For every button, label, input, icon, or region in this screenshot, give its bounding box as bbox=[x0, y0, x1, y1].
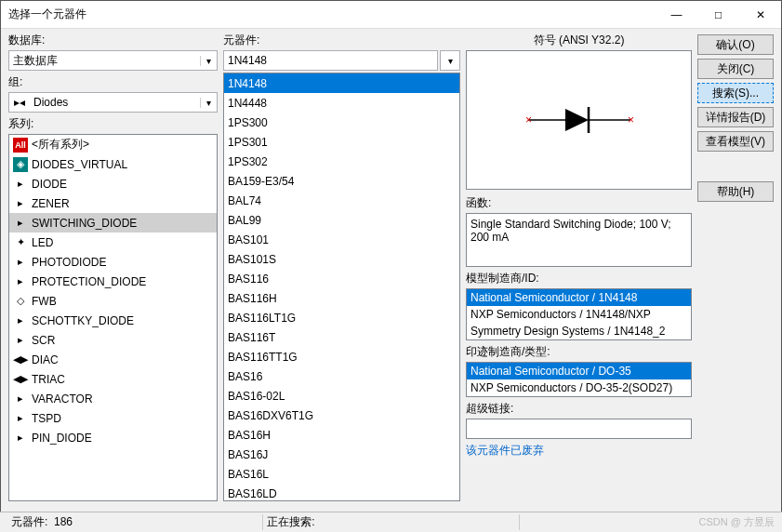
component-item[interactable]: 1PS300 bbox=[224, 113, 459, 132]
search-button[interactable]: 搜索(S)... bbox=[697, 83, 774, 103]
series-icon: All bbox=[13, 138, 28, 153]
series-item[interactable]: All<所有系列> bbox=[9, 135, 217, 154]
group-select[interactable]: ▸◂ ▾ bbox=[8, 92, 218, 113]
series-item[interactable]: ▸ZENER bbox=[9, 193, 217, 213]
group-value[interactable] bbox=[30, 94, 200, 111]
component-item[interactable]: BAS116T bbox=[224, 327, 459, 347]
component-item[interactable]: BAS16LD bbox=[224, 484, 459, 501]
component-item[interactable]: 1N4448 bbox=[224, 93, 459, 113]
close-button[interactable]: ✕ bbox=[739, 1, 781, 29]
footprint-item[interactable]: National Semiconductor / DO-35 bbox=[467, 363, 691, 379]
obsolete-notice: 该元器件已废弃 bbox=[466, 443, 692, 459]
component-item[interactable]: BAS16-02L bbox=[224, 386, 459, 406]
window-controls: — □ ✕ bbox=[656, 1, 781, 29]
series-item[interactable]: ▸PHOTODIODE bbox=[9, 252, 217, 272]
status-searching: 正在搜索: bbox=[263, 514, 519, 530]
component-item[interactable]: 1N4148 bbox=[224, 73, 459, 93]
right-panel: 符号 (ANSI Y32.2) × × 函数: Single Standard … bbox=[466, 33, 692, 501]
series-item[interactable]: ▸SWITCHING_DIODE bbox=[9, 213, 217, 233]
component-item[interactable]: BAL74 bbox=[224, 191, 459, 210]
component-item[interactable]: 1PS302 bbox=[224, 152, 459, 171]
series-item[interactable]: ▸PIN_DIODE bbox=[9, 428, 217, 447]
series-item-label: PIN_DIODE bbox=[32, 432, 92, 445]
database-select[interactable]: ▾ bbox=[8, 50, 218, 71]
hyperlink-label: 超级链接: bbox=[466, 401, 692, 417]
series-item[interactable]: ✦LED bbox=[9, 233, 217, 252]
model-item[interactable]: NXP Semiconductors / 1N4148/NXP bbox=[467, 306, 691, 323]
series-item[interactable]: ▸PROTECTION_DIODE bbox=[9, 272, 217, 291]
filter-button[interactable]: ▾ bbox=[440, 50, 460, 71]
series-listbox[interactable]: All<所有系列>◈DIODES_VIRTUAL▸DIODE▸ZENER▸SWI… bbox=[8, 134, 218, 501]
component-item[interactable]: BAS116 bbox=[224, 269, 459, 288]
series-icon: ▸ bbox=[13, 431, 28, 446]
series-item[interactable]: ▸SCHOTTKY_DIODE bbox=[9, 311, 217, 330]
series-item[interactable]: ▸VARACTOR bbox=[9, 389, 217, 408]
series-item-label: PROTECTION_DIODE bbox=[32, 275, 146, 288]
component-item[interactable]: BAS16L bbox=[224, 464, 459, 484]
series-icon: ▸ bbox=[13, 274, 28, 289]
model-item[interactable]: National Semiconductor / 1N4148 bbox=[467, 289, 691, 306]
series-icon: ✦ bbox=[13, 235, 28, 250]
footprint-item[interactable]: NXP Semiconductors / DO-35-2(SOD27) bbox=[467, 379, 691, 396]
series-item-label: SCR bbox=[32, 334, 55, 347]
component-label: 元器件: bbox=[223, 33, 460, 48]
component-item[interactable]: BAS116H bbox=[224, 288, 459, 308]
component-item[interactable]: BAS16 bbox=[224, 366, 459, 386]
function-textbox: Single Standard Switching Diode; 100 V; … bbox=[466, 213, 692, 267]
component-item[interactable]: BAS116TT1G bbox=[224, 347, 459, 366]
ok-button[interactable]: 确认(O) bbox=[697, 34, 774, 55]
series-icon: ◀▶ bbox=[13, 372, 28, 387]
model-listbox[interactable]: National Semiconductor / 1N4148NXP Semic… bbox=[466, 288, 692, 340]
series-item[interactable]: ◀▶DIAC bbox=[9, 350, 217, 369]
component-listbox[interactable]: 1N41481N44481PS3001PS3011PS302BA159-E3/5… bbox=[223, 73, 460, 501]
detail-report-button[interactable]: 详情报告(D) bbox=[697, 107, 774, 127]
component-item[interactable]: BAS101S bbox=[224, 249, 459, 269]
component-item[interactable]: BAS101 bbox=[224, 230, 459, 249]
model-label: 模型制造商/ID: bbox=[466, 271, 692, 286]
component-item[interactable]: BAS16DXV6T1G bbox=[224, 406, 459, 425]
close-dialog-button[interactable]: 关闭(C) bbox=[697, 59, 774, 79]
component-item[interactable]: BAS16J bbox=[224, 445, 459, 464]
status-watermark: CSDN @ 方昱辰 bbox=[520, 515, 775, 529]
component-value[interactable] bbox=[224, 52, 437, 69]
footprint-listbox[interactable]: National Semiconductor / DO-35NXP Semico… bbox=[466, 362, 692, 397]
group-label: 组: bbox=[8, 74, 218, 90]
component-item[interactable]: 1PS301 bbox=[224, 132, 459, 152]
database-label: 数据库: bbox=[8, 33, 218, 48]
help-button[interactable]: 帮助(H) bbox=[697, 181, 774, 202]
series-item-label: DIODES_VIRTUAL bbox=[32, 158, 127, 171]
series-item-label: SCHOTTKY_DIODE bbox=[32, 314, 134, 327]
hyperlink-box[interactable] bbox=[466, 419, 692, 439]
series-icon: ▸ bbox=[13, 177, 28, 192]
chevron-down-icon[interactable]: ▾ bbox=[200, 56, 217, 66]
svg-marker-1 bbox=[565, 109, 589, 131]
model-item[interactable]: Symmetry Design Systems / 1N4148_2 bbox=[467, 323, 691, 339]
series-item[interactable]: ▸TSPD bbox=[9, 408, 217, 428]
series-item-label: ZENER bbox=[32, 197, 70, 210]
database-value[interactable] bbox=[9, 52, 200, 69]
component-search-input[interactable] bbox=[223, 50, 438, 71]
svg-text:×: × bbox=[525, 113, 532, 126]
chevron-down-icon[interactable]: ▾ bbox=[200, 98, 217, 108]
component-item[interactable]: BA159-E3/54 bbox=[224, 171, 459, 191]
series-icon: ▸ bbox=[13, 333, 28, 348]
series-item[interactable]: ▸SCR bbox=[9, 330, 217, 350]
series-item-label: PHOTODIODE bbox=[32, 256, 106, 269]
component-item[interactable]: BAS16H bbox=[224, 425, 459, 445]
series-item-label: TSPD bbox=[32, 412, 61, 425]
component-item[interactable]: BAS116LT1G bbox=[224, 308, 459, 327]
series-icon: ▸ bbox=[13, 196, 28, 211]
footprint-label: 印迹制造商/类型: bbox=[466, 344, 692, 360]
series-item[interactable]: ◀▶TRIAC bbox=[9, 369, 217, 389]
middle-panel: 元器件: ▾ 1N41481N44481PS3001PS3011PS302BA1… bbox=[223, 33, 460, 501]
maximize-button[interactable]: □ bbox=[697, 1, 739, 29]
series-item[interactable]: ◇FWB bbox=[9, 291, 217, 311]
series-item[interactable]: ▸DIODE bbox=[9, 174, 217, 193]
series-icon: ▸ bbox=[13, 313, 28, 328]
series-item[interactable]: ◈DIODES_VIRTUAL bbox=[9, 154, 217, 174]
view-model-button[interactable]: 查看模型(V) bbox=[697, 131, 774, 152]
component-item[interactable]: BAL99 bbox=[224, 210, 459, 230]
series-item-label: VARACTOR bbox=[32, 392, 93, 406]
series-icon: ◈ bbox=[13, 157, 28, 172]
minimize-button[interactable]: — bbox=[656, 1, 697, 29]
